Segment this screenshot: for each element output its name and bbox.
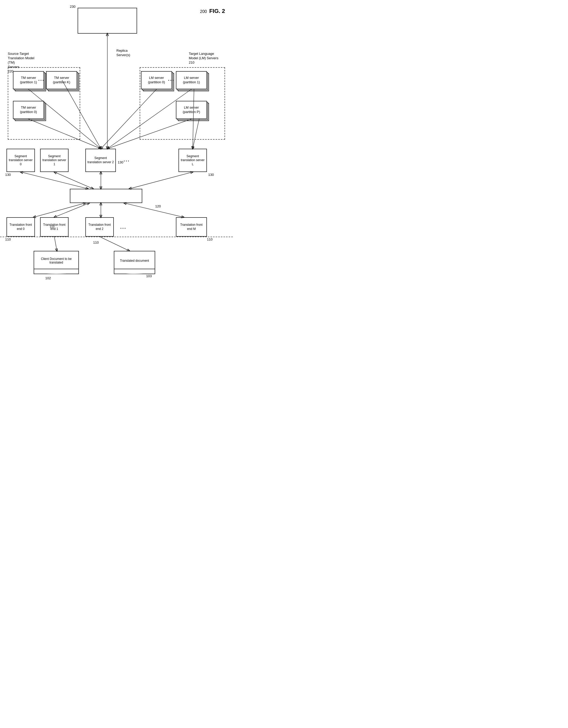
- seg-dots: ...: [124, 157, 130, 163]
- tm-dots: ...: [38, 77, 44, 82]
- client-doc: Client Document to be translated: [34, 251, 79, 274]
- ref-110d: 110: [207, 237, 213, 242]
- lm-pp-stacked: LM server (partition P): [176, 101, 207, 119]
- seg-server-2: Segment translation server 2: [85, 149, 116, 172]
- translated-doc: Translated document: [114, 251, 155, 274]
- svg-line-12: [129, 172, 193, 189]
- lm-servers-label: Target Language Model (LM) Servers 210: [189, 52, 225, 65]
- lm-dots: ...: [168, 77, 174, 82]
- svg-line-10: [54, 172, 93, 189]
- fe-dots: ...: [120, 224, 126, 230]
- svg-line-17: [54, 237, 57, 251]
- svg-line-18: [100, 237, 129, 251]
- ref-130c: 130: [208, 173, 214, 177]
- fe-M: Translation front end M: [176, 217, 207, 237]
- ref-110b: 110: [50, 225, 54, 229]
- lm-p1-stacked: LM server (partition 1): [176, 71, 207, 89]
- seg-server-0: Segment translation server 0: [6, 149, 35, 172]
- replica-label: Replica Server(s): [116, 49, 130, 57]
- svg-line-14: [54, 203, 89, 217]
- svg-line-16: [124, 203, 184, 217]
- load-balancer-box: [70, 189, 142, 203]
- fe-2: Translation front end 2: [85, 217, 114, 237]
- lm-p0-stacked: LM server (partition 0): [141, 71, 172, 89]
- svg-line-13: [34, 203, 85, 217]
- seg-server-L: Segment translation server L: [178, 149, 207, 172]
- lb-number: 120: [155, 204, 161, 209]
- svg-line-9: [21, 172, 88, 189]
- seg-server-1: Segment translation server 1: [40, 149, 69, 172]
- diagram-number: 200: [200, 9, 207, 14]
- other-server-label: 230: [70, 5, 76, 9]
- fig-label: FIG. 2: [209, 8, 225, 14]
- ref-110a: 110: [5, 237, 11, 242]
- other-server-box: [78, 8, 137, 34]
- ref-130b: 130: [118, 160, 123, 165]
- ref-103: 103: [146, 274, 152, 279]
- diagram: FIG. 2 200 230 Source-Target Translation…: [0, 0, 233, 297]
- ref-130a: 130: [5, 173, 11, 177]
- fe-0: Translation front end 0: [6, 217, 35, 237]
- ref-110c: 110: [93, 241, 99, 245]
- dashed-divider: [0, 237, 233, 237]
- ref-102: 102: [45, 276, 51, 281]
- tm-p0-stacked: TM server (partition 0): [13, 101, 44, 119]
- tm-pk-stacked: TM server (partition K): [46, 71, 77, 89]
